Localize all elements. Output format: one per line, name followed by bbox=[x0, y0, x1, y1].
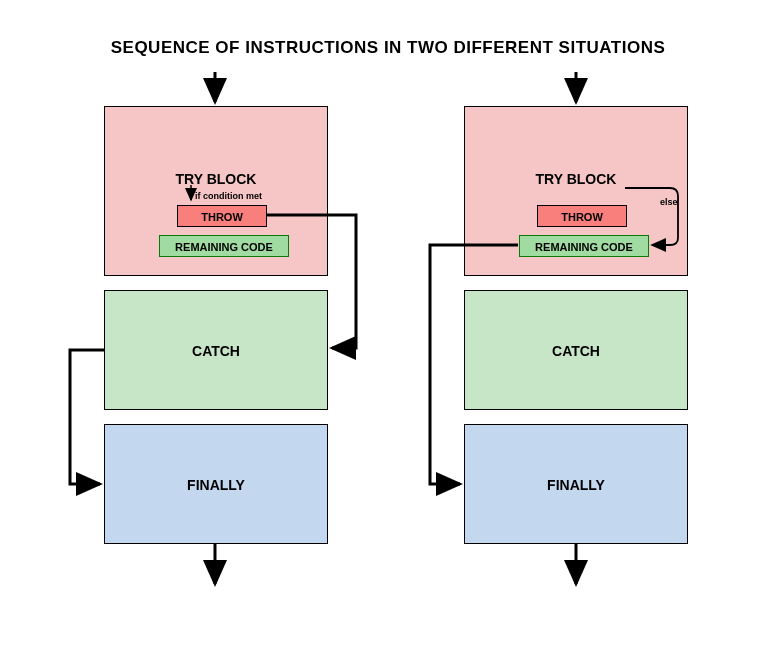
try-label: TRY BLOCK bbox=[105, 171, 327, 187]
right-try-block: TRY BLOCK else THROW REMAINING CODE bbox=[464, 106, 688, 276]
left-try-block: TRY BLOCK if condition met THROW REMAINI… bbox=[104, 106, 328, 276]
try-label-r: TRY BLOCK bbox=[465, 171, 687, 187]
page-title: SEQUENCE OF INSTRUCTIONS IN TWO DIFFEREN… bbox=[0, 38, 776, 58]
remaining-code-box: REMAINING CODE bbox=[159, 235, 289, 257]
remaining-code-box-r: REMAINING CODE bbox=[519, 235, 649, 257]
catch-label-r: CATCH bbox=[465, 343, 687, 359]
finally-label-r: FINALLY bbox=[465, 477, 687, 493]
right-finally-block: FINALLY bbox=[464, 424, 688, 544]
else-label: else bbox=[660, 197, 678, 207]
right-catch-block: CATCH bbox=[464, 290, 688, 410]
throw-box: THROW bbox=[177, 205, 267, 227]
catch-label: CATCH bbox=[105, 343, 327, 359]
throw-box-r: THROW bbox=[537, 205, 627, 227]
left-finally-block: FINALLY bbox=[104, 424, 328, 544]
condition-label: if condition met bbox=[195, 191, 262, 201]
left-catch-block: CATCH bbox=[104, 290, 328, 410]
finally-label: FINALLY bbox=[105, 477, 327, 493]
